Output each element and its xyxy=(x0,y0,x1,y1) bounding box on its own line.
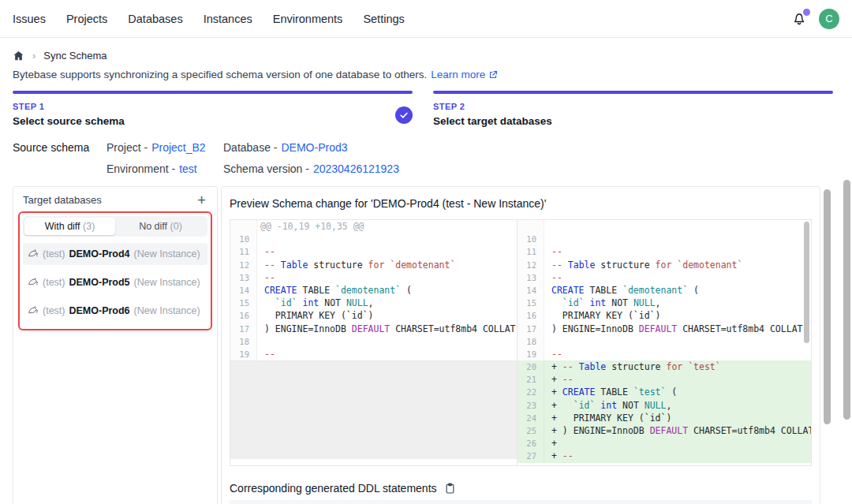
project-link[interactable]: Project_B2 xyxy=(151,141,205,154)
diff-line: 22+ CREATE TABLE `test` ( xyxy=(518,386,811,398)
step-1-label: STEP 1 xyxy=(13,102,413,112)
step-1-title: Select source schema xyxy=(13,114,413,128)
tab-with-diff-label: With diff xyxy=(45,221,80,232)
mysql-icon xyxy=(28,248,39,259)
page-scrollbar[interactable] xyxy=(843,180,850,420)
learn-more-link[interactable]: Learn more xyxy=(431,69,498,80)
diff-line: 19-- xyxy=(518,348,811,360)
environment-prefix: Environment - xyxy=(106,162,175,175)
diff-line: 14CREATE TABLE `demotenant` ( xyxy=(230,284,517,297)
database-link[interactable]: DEMO-Prod3 xyxy=(281,141,347,154)
diff-line: 27+ -- xyxy=(518,450,811,462)
version-prefix: Schema version - xyxy=(223,162,309,175)
intro-sentence: Bytebase supports synchronizing a specif… xyxy=(13,69,427,80)
avatar[interactable]: C xyxy=(819,9,839,29)
project-prefix: Project - xyxy=(106,141,148,154)
intro-text: Bytebase supports synchronizing a specif… xyxy=(13,69,839,80)
step-2-progress-bar xyxy=(433,91,833,94)
schema-diff-editor[interactable]: @@ -10,19 +10,35 @@1011--12-- Table stru… xyxy=(230,219,812,466)
mysql-icon xyxy=(28,277,39,288)
nav-item-instances[interactable]: Instances xyxy=(204,13,252,25)
home-icon[interactable] xyxy=(13,50,24,62)
nav-item-environments[interactable]: Environments xyxy=(273,13,343,25)
step-1-progress-bar xyxy=(13,91,413,94)
target-db-row[interactable]: (test)DEMO-Prod6(New Instance) xyxy=(23,300,207,322)
source-schema-label: Source schema xyxy=(13,141,106,175)
source-environment: Environment - test xyxy=(106,162,223,175)
tab-no-diff-count: (0) xyxy=(170,221,182,232)
nav-item-settings[interactable]: Settings xyxy=(363,13,404,25)
db-suffix: (New Instance) xyxy=(134,305,200,316)
diff-pane-bottom xyxy=(230,459,517,465)
diff-line: 17) ENGINE=InnoDB DEFAULT CHARSET=utf8mb… xyxy=(230,323,517,335)
target-db-list: (test)DEMO-Prod4(New Instance)(test)DEMO… xyxy=(23,243,207,322)
db-name: DEMO-Prod4 xyxy=(69,248,129,259)
diff-pane-target[interactable]: 1011--12-- Table structure for `demotena… xyxy=(518,220,811,465)
external-link-icon xyxy=(488,70,498,80)
db-env: (test) xyxy=(43,248,65,259)
diff-line: 12-- Table structure for `demotenant` xyxy=(230,259,517,271)
nav-item-projects[interactable]: Projects xyxy=(66,13,107,25)
content-scrollbar[interactable] xyxy=(824,189,831,424)
tab-with-diff[interactable]: With diff (3) xyxy=(24,218,115,235)
diff-line: 11-- xyxy=(518,245,811,258)
source-database: Database - DEMO-Prod3 xyxy=(223,141,399,154)
preview-title: Preview Schema change for 'DEMO-Prod4 (t… xyxy=(222,187,820,210)
tab-no-diff[interactable]: No diff (0) xyxy=(115,218,206,235)
db-suffix: (New Instance) xyxy=(134,277,200,288)
diff-line: 26+ xyxy=(518,437,811,450)
diff-line: 15 `id` int NOT NULL, xyxy=(230,297,517,309)
source-schema-section: Source schema Project - Project_B2 Datab… xyxy=(13,141,839,175)
step-2: STEP 2 Select target databases xyxy=(433,91,833,128)
diff-line: 13-- xyxy=(518,271,811,284)
diff-line: 13-- xyxy=(230,271,517,284)
db-name: DEMO-Prod5 xyxy=(69,277,129,288)
db-suffix: (New Instance) xyxy=(134,248,200,259)
steps: STEP 1 Select source schema STEP 2 Selec… xyxy=(13,91,833,128)
target-db-row[interactable]: (test)DEMO-Prod5(New Instance) xyxy=(23,271,207,293)
diff-line: 16 PRIMARY KEY (`id`) xyxy=(518,309,811,322)
diff-line: 14CREATE TABLE `demotenant` ( xyxy=(518,284,811,297)
step-2-label: STEP 2 xyxy=(433,102,833,112)
diff-line: 25+ ) ENGINE=InnoDB DEFAULT CHARSET=utf8… xyxy=(518,424,811,437)
diff-line: 10 xyxy=(518,233,811,245)
target-databases-title: Target databases xyxy=(23,194,102,206)
target-db-row[interactable]: (test)DEMO-Prod4(New Instance) xyxy=(23,243,207,265)
diff-editor-scrollbar[interactable] xyxy=(804,222,809,343)
diff-line: 11-- xyxy=(230,245,517,258)
breadcrumb: › Sync Schema xyxy=(13,50,839,62)
diff-line: 10 xyxy=(230,233,517,245)
add-target-database-button[interactable]: + xyxy=(196,195,207,206)
schema-version-link[interactable]: 20230426121923 xyxy=(313,162,399,175)
diff-line: 23+ `id` int NOT NULL, xyxy=(518,399,811,412)
database-prefix: Database - xyxy=(223,141,277,154)
diff-hunk-header xyxy=(518,220,811,233)
target-databases-panel: Target databases + With diff (3) No diff… xyxy=(13,186,218,504)
diff-line: 24+ PRIMARY KEY (`id`) xyxy=(518,412,811,424)
diff-hunk-header: @@ -10,19 +10,35 @@ xyxy=(230,220,517,233)
diff-line: 12-- Table structure for `demotenant` xyxy=(518,259,811,271)
diff-line: 21+ -- xyxy=(518,373,811,386)
diff-filter-tabs: With diff (3) No diff (0) xyxy=(23,216,207,237)
diff-line: 19-- xyxy=(230,348,517,360)
environment-link[interactable]: test xyxy=(179,162,197,175)
ddl-statements-label: Corresponding generated DDL statements xyxy=(230,482,437,495)
nav-links: IssuesProjectsDatabasesInstancesEnvironm… xyxy=(13,13,405,25)
tab-no-diff-label: No diff xyxy=(139,221,167,232)
diff-line: 18 xyxy=(518,335,811,348)
step-1: STEP 1 Select source schema xyxy=(13,91,413,128)
copy-icon[interactable] xyxy=(444,482,456,495)
diff-line: 17) ENGINE=InnoDB DEFAULT CHARSET=utf8mb… xyxy=(518,323,811,335)
notification-dot xyxy=(803,9,810,16)
nav-item-databases[interactable]: Databases xyxy=(128,13,182,25)
nav-item-issues[interactable]: Issues xyxy=(13,13,46,25)
diff-pane-source[interactable]: @@ -10,19 +10,35 @@1011--12-- Table stru… xyxy=(230,220,518,465)
notifications-button[interactable] xyxy=(791,11,807,27)
db-name: DEMO-Prod6 xyxy=(69,305,129,316)
ddl-code-block xyxy=(230,500,812,504)
step-1-complete-icon xyxy=(395,106,413,124)
db-env: (test) xyxy=(43,305,65,316)
page-title: Sync Schema xyxy=(43,50,106,62)
diff-line: 20+ -- Table structure for `test` xyxy=(518,360,811,373)
diff-alignment-filler xyxy=(230,360,517,459)
